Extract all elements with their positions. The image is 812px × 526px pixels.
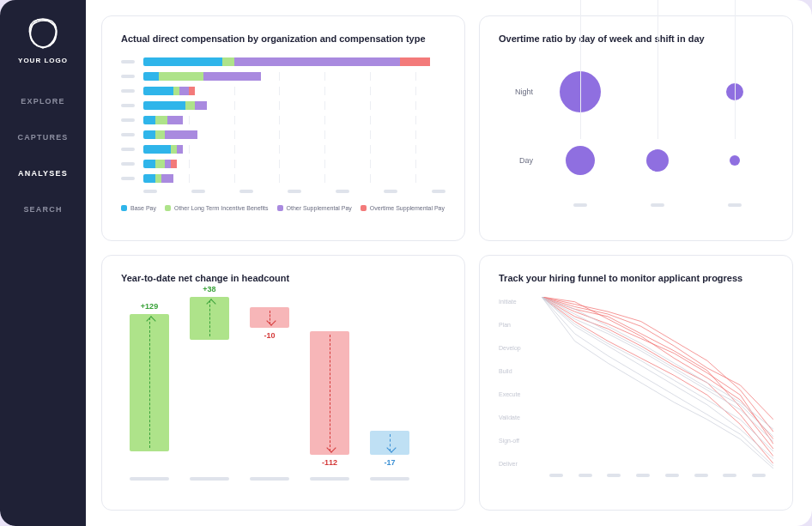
row-stub [121, 60, 135, 63]
row-stub [121, 148, 135, 151]
card-overtime: Overtime ratio by day of week and shift … [479, 15, 793, 241]
tick-stub [336, 190, 349, 193]
brand-logo-text: YOUR LOGO [18, 57, 68, 64]
bubble-row: Day [499, 130, 773, 190]
legend-item: Other Supplemental Pay [277, 205, 352, 211]
tick-stub [288, 190, 301, 193]
tick-stub [579, 474, 592, 477]
legend-item: Other Long Term Incentive Benefits [165, 205, 269, 211]
bar-row [121, 174, 445, 183]
tick-stub [723, 474, 736, 477]
stage-labels: InitiatePlanDevelopBuildExecuteValidateS… [499, 297, 542, 469]
card-title: Actual direct compensation by organizati… [121, 33, 445, 44]
x-axis-stubs [143, 190, 445, 193]
nav-item-explore[interactable]: EXPLORE [17, 83, 68, 119]
tick-stub [665, 474, 679, 477]
stage-label: Deliver [499, 461, 542, 467]
bar-row [121, 130, 445, 139]
waterfall-bar: +129 [130, 297, 169, 469]
bar-value: -10 [250, 331, 289, 340]
bar-value: -17 [370, 458, 409, 467]
bar-row [121, 72, 445, 81]
legend: Base PayOther Long Term Incentive Benefi… [121, 205, 445, 211]
bar-value: +38 [190, 285, 229, 293]
tick-stub [130, 477, 169, 481]
tick-stub [190, 477, 229, 481]
bar-row [121, 116, 445, 124]
tick-stub [651, 203, 664, 207]
card-headcount: Year-to-date net change in headcount +12… [101, 255, 465, 511]
bar-row [121, 57, 445, 66]
bubble [730, 155, 740, 166]
x-axis-stubs [542, 474, 773, 477]
waterfall-bar: +38 [190, 297, 229, 469]
stage-label: Execute [499, 391, 542, 397]
waterfall-bar: -112 [310, 297, 349, 469]
tick-stub [728, 203, 742, 207]
waterfall-chart: +129+38-10-112-17 [130, 297, 445, 469]
bar-row [121, 101, 445, 110]
stage-label: Initiate [499, 299, 542, 305]
bar-row [121, 87, 445, 95]
bar-row [121, 160, 445, 168]
card-title: Year-to-date net change in headcount [121, 273, 445, 283]
nav-item-analyses[interactable]: ANALYSES [17, 155, 68, 191]
legend-item: Overtime Supplemental Pay [361, 205, 445, 211]
bar-row [121, 145, 445, 154]
row-stub [121, 89, 135, 93]
bar-value: -112 [310, 458, 349, 467]
row-stub [121, 177, 135, 180]
bubble [566, 146, 595, 175]
bubble-chart: NightDay [499, 57, 773, 195]
card-funnel: Track your hiring funnel to monitor appl… [479, 255, 793, 511]
brand-logo-icon [25, 15, 61, 51]
tick-stub [573, 203, 587, 207]
tick-stub [191, 190, 205, 193]
nav-item-search[interactable]: SEARCH [17, 191, 68, 227]
legend-item: Base Pay [121, 205, 156, 211]
row-stub [121, 118, 135, 122]
waterfall-bar: -10 [250, 297, 289, 469]
tick-stub [310, 477, 349, 481]
card-title: Overtime ratio by day of week and shift … [499, 33, 773, 44]
tick-stub [752, 474, 766, 477]
stage-label: Build [499, 368, 542, 374]
tick-stub [384, 190, 397, 193]
tick-stub [607, 474, 621, 477]
tick-stub [549, 474, 563, 477]
tick-stub [694, 474, 708, 477]
stage-label: Validate [499, 414, 542, 420]
main-content: Actual direct compensation by organizati… [86, 0, 812, 526]
row-stub [121, 133, 135, 136]
stage-label: Develop [499, 345, 542, 351]
funnel-plot [542, 297, 773, 469]
stage-label: Sign-off [499, 438, 542, 444]
tick-stub [143, 190, 157, 193]
card-title: Track your hiring funnel to monitor appl… [499, 273, 773, 283]
sidebar: YOUR LOGO EXPLORECAPTURESANALYSESSEARCH [0, 0, 86, 526]
tick-stub [636, 474, 650, 477]
nav-item-captures[interactable]: CAPTURES [17, 119, 68, 155]
tick-stub [432, 190, 445, 193]
row-stub [121, 75, 135, 78]
stage-label: Plan [499, 322, 542, 328]
stacked-bar-chart [121, 57, 445, 183]
tick-stub [370, 477, 409, 481]
waterfall-bar: -17 [370, 297, 409, 469]
funnel-chart: InitiatePlanDevelopBuildExecuteValidateS… [499, 297, 773, 469]
tick-stub [250, 477, 289, 481]
x-axis-stubs [542, 203, 773, 207]
tick-stub [239, 190, 253, 193]
card-compensation: Actual direct compensation by organizati… [101, 15, 465, 241]
row-stub [121, 162, 135, 166]
row-stub [121, 104, 135, 107]
nav: EXPLORECAPTURESANALYSESSEARCH [17, 83, 68, 227]
x-axis-stubs [130, 477, 445, 481]
bubble-row: Night [499, 62, 773, 122]
bar-value: +129 [130, 302, 169, 311]
bubble [646, 149, 669, 172]
row-label: Night [499, 88, 533, 96]
row-label: Day [499, 156, 533, 165]
